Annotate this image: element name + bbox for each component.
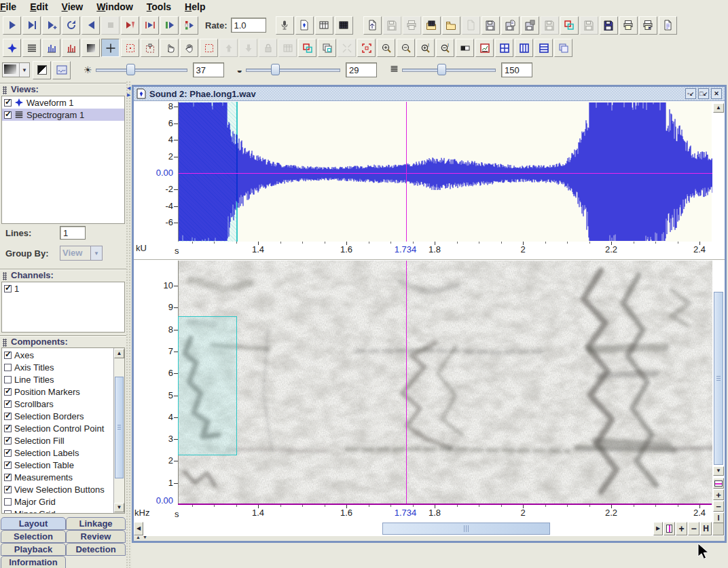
- spectrogram-selection[interactable]: [178, 316, 237, 455]
- contrast-slider[interactable]: [246, 62, 340, 77]
- checkbox[interactable]: [4, 285, 12, 292]
- list-item-measurements[interactable]: Measurements: [2, 471, 113, 483]
- save-sound-as-button[interactable]: [501, 16, 520, 35]
- position-marker-line[interactable]: [406, 102, 407, 242]
- zoom-in-frequency-button[interactable]: +: [713, 489, 724, 500]
- layout-grid-button[interactable]: [495, 39, 513, 57]
- checkbox[interactable]: [4, 400, 12, 408]
- open-workspace-button[interactable]: [442, 16, 460, 35]
- crosshair-tool-button[interactable]: [101, 39, 120, 57]
- collapse-left-icon[interactable]: ◀: [127, 86, 130, 90]
- colormap-view-button[interactable]: [81, 39, 100, 57]
- checkbox[interactable]: [4, 413, 12, 420]
- selection-table-button[interactable]: [315, 16, 333, 35]
- play-visible-button[interactable]: [160, 16, 179, 35]
- invert-colormap-button[interactable]: [33, 61, 51, 79]
- list-item-line-titles[interactable]: Line Titles: [2, 373, 113, 385]
- checkbox[interactable]: [4, 352, 12, 359]
- colormap-selector[interactable]: ▼: [2, 62, 30, 77]
- list-item-axes[interactable]: Axes: [2, 349, 113, 361]
- brightness-slider[interactable]: [96, 62, 187, 77]
- drag-grip-icon[interactable]: [3, 339, 7, 347]
- brightness-slider-value[interactable]: [193, 62, 224, 77]
- minimize-button[interactable]: ▫↙: [685, 88, 696, 99]
- restore-button[interactable]: □↙: [698, 88, 709, 99]
- smoothing-slider-value[interactable]: [501, 62, 532, 77]
- copy-selection-tool-button[interactable]: [298, 39, 316, 57]
- menu-tools[interactable]: Tools: [140, 1, 178, 13]
- list-item-selection-fill[interactable]: Selection Fill: [2, 434, 113, 447]
- page-setup-button[interactable]: [659, 16, 677, 35]
- tab-information[interactable]: Information: [1, 556, 66, 568]
- spectrogram-view-button[interactable]: [22, 39, 41, 57]
- list-item-major-grid[interactable]: Major Grid: [2, 495, 113, 508]
- spectrogram-slice-view-button[interactable]: [42, 39, 60, 57]
- tab-selection[interactable]: Selection: [1, 530, 66, 543]
- drag-grip-icon[interactable]: [3, 86, 7, 94]
- brightness-slider-thumb[interactable]: [126, 64, 135, 75]
- zoom-out-time-button[interactable]: −: [688, 522, 699, 535]
- rate-input[interactable]: [231, 18, 266, 33]
- scroll-up-icon[interactable]: ▲: [713, 103, 724, 113]
- annotation-tool-button[interactable]: [141, 39, 159, 57]
- components-scrollbar[interactable]: ▲ ▼: [113, 348, 124, 513]
- scroll-down-icon[interactable]: ▼: [114, 503, 124, 512]
- zoom-fit-frequency-button[interactable]: I: [713, 512, 724, 523]
- checkbox[interactable]: [4, 498, 12, 506]
- play-loop-button[interactable]: [62, 16, 80, 35]
- layout-rows-button[interactable]: [534, 39, 553, 57]
- expand-down-icon[interactable]: ▼: [143, 535, 147, 539]
- collapse-up-icon[interactable]: ▲: [136, 535, 141, 539]
- frequency-pane-button[interactable]: [713, 478, 724, 489]
- tab-review[interactable]: Review: [66, 530, 126, 543]
- list-item-1[interactable]: 1: [2, 282, 124, 295]
- grab-tool-button[interactable]: [180, 39, 198, 57]
- play-to-selection-end-button[interactable]: [22, 16, 41, 35]
- scroll-up-icon[interactable]: ▲: [114, 349, 124, 358]
- checkbox[interactable]: [4, 99, 12, 107]
- play-scrolling-button[interactable]: [180, 16, 198, 35]
- checkbox[interactable]: [4, 437, 12, 444]
- menu-file[interactable]: File: [0, 1, 23, 13]
- save-sound-button[interactable]: [481, 16, 500, 35]
- checkbox[interactable]: [4, 388, 12, 396]
- list-item-spectrogram-1[interactable]: Spectrogram 1: [2, 109, 124, 121]
- position-marker-line[interactable]: [406, 261, 407, 505]
- zoom-in-button[interactable]: [377, 39, 395, 57]
- group-by-select[interactable]: View ▼: [60, 246, 103, 261]
- zoom-in-x-button[interactable]: I: [416, 39, 435, 57]
- open-sound-table-button[interactable]: [422, 16, 441, 35]
- contrast-slider-value[interactable]: [346, 62, 377, 77]
- menu-help[interactable]: Help: [178, 1, 212, 13]
- clear-selection-button[interactable]: [200, 39, 218, 57]
- zoom-fit-time-button[interactable]: H: [700, 522, 712, 535]
- scrollbar-thumb[interactable]: [115, 377, 124, 478]
- list-item-minor-grid[interactable]: Minor Grid: [2, 508, 113, 514]
- list-item-selection-labels[interactable]: Selection Labels: [2, 447, 113, 459]
- checkbox[interactable]: [4, 461, 12, 469]
- save-table-button[interactable]: [521, 16, 539, 35]
- list-item-position-markers[interactable]: Position Markers: [2, 385, 113, 398]
- play-filtered-button[interactable]: [121, 16, 139, 35]
- list-item-selection-borders[interactable]: Selection Borders: [2, 410, 113, 422]
- list-item-axis-titles[interactable]: Axis Titles: [2, 361, 113, 373]
- sidebar-splitter[interactable]: ◀ ▶: [126, 81, 132, 568]
- play-append-button[interactable]: [42, 16, 60, 35]
- spectrogram-plot[interactable]: [178, 261, 712, 505]
- zoom-in-time-button[interactable]: +: [676, 522, 687, 535]
- close-button[interactable]: ✕: [711, 88, 722, 99]
- drag-grip-icon[interactable]: [3, 272, 7, 280]
- checkbox[interactable]: [4, 449, 12, 457]
- lines-input[interactable]: [60, 226, 86, 240]
- point-tool-button[interactable]: [160, 39, 179, 57]
- checkbox[interactable]: [4, 486, 12, 493]
- checkbox[interactable]: [4, 425, 12, 432]
- record-to-file-button[interactable]: [295, 16, 314, 35]
- scrollbar-thumb[interactable]: [382, 523, 550, 535]
- menu-window[interactable]: Window: [90, 1, 140, 13]
- zoom-out-frequency-button[interactable]: −: [713, 501, 724, 512]
- layout-cascade-button[interactable]: [554, 39, 572, 57]
- sound-window-titlebar[interactable]: Sound 2: Phae.long1.wav ▫↙ □↙ ✕: [134, 87, 725, 101]
- save-workspace-button[interactable]: [600, 16, 618, 35]
- play-reverse-button[interactable]: [81, 16, 100, 35]
